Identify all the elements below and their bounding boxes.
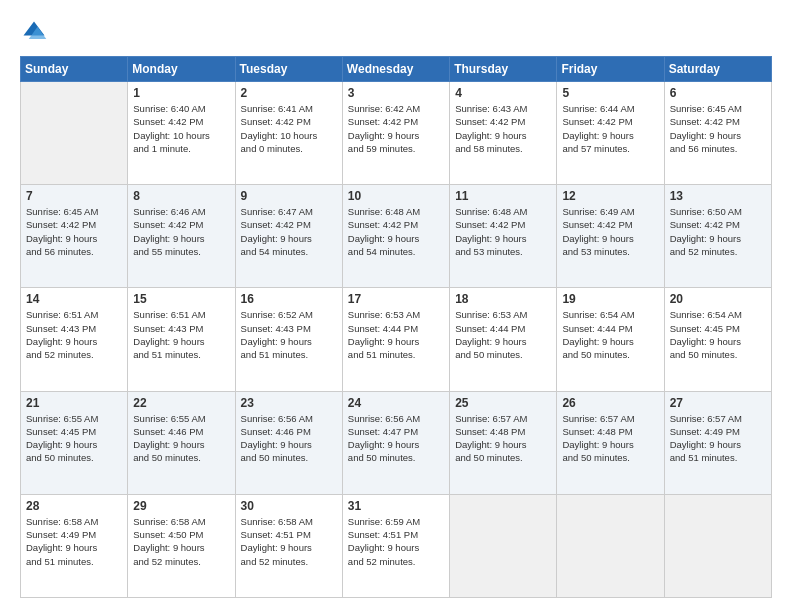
day-info: Sunrise: 6:48 AM Sunset: 4:42 PM Dayligh… bbox=[455, 205, 551, 258]
day-cell: 15Sunrise: 6:51 AM Sunset: 4:43 PM Dayli… bbox=[128, 288, 235, 391]
day-number: 27 bbox=[670, 396, 766, 410]
day-info: Sunrise: 6:56 AM Sunset: 4:46 PM Dayligh… bbox=[241, 412, 337, 465]
day-info: Sunrise: 6:59 AM Sunset: 4:51 PM Dayligh… bbox=[348, 515, 444, 568]
calendar-table: SundayMondayTuesdayWednesdayThursdayFrid… bbox=[20, 56, 772, 598]
day-header-saturday: Saturday bbox=[664, 57, 771, 82]
day-cell: 22Sunrise: 6:55 AM Sunset: 4:46 PM Dayli… bbox=[128, 391, 235, 494]
day-number: 12 bbox=[562, 189, 658, 203]
day-cell: 16Sunrise: 6:52 AM Sunset: 4:43 PM Dayli… bbox=[235, 288, 342, 391]
week-row-0: 1Sunrise: 6:40 AM Sunset: 4:42 PM Daylig… bbox=[21, 82, 772, 185]
day-cell: 8Sunrise: 6:46 AM Sunset: 4:42 PM Daylig… bbox=[128, 185, 235, 288]
day-info: Sunrise: 6:50 AM Sunset: 4:42 PM Dayligh… bbox=[670, 205, 766, 258]
day-number: 25 bbox=[455, 396, 551, 410]
day-cell: 2Sunrise: 6:41 AM Sunset: 4:42 PM Daylig… bbox=[235, 82, 342, 185]
day-cell: 7Sunrise: 6:45 AM Sunset: 4:42 PM Daylig… bbox=[21, 185, 128, 288]
day-info: Sunrise: 6:40 AM Sunset: 4:42 PM Dayligh… bbox=[133, 102, 229, 155]
day-info: Sunrise: 6:44 AM Sunset: 4:42 PM Dayligh… bbox=[562, 102, 658, 155]
day-number: 6 bbox=[670, 86, 766, 100]
day-cell: 25Sunrise: 6:57 AM Sunset: 4:48 PM Dayli… bbox=[450, 391, 557, 494]
logo-icon bbox=[20, 18, 48, 46]
day-info: Sunrise: 6:57 AM Sunset: 4:48 PM Dayligh… bbox=[562, 412, 658, 465]
day-info: Sunrise: 6:54 AM Sunset: 4:44 PM Dayligh… bbox=[562, 308, 658, 361]
page: SundayMondayTuesdayWednesdayThursdayFrid… bbox=[0, 0, 792, 612]
day-info: Sunrise: 6:53 AM Sunset: 4:44 PM Dayligh… bbox=[455, 308, 551, 361]
day-cell: 10Sunrise: 6:48 AM Sunset: 4:42 PM Dayli… bbox=[342, 185, 449, 288]
day-cell: 28Sunrise: 6:58 AM Sunset: 4:49 PM Dayli… bbox=[21, 494, 128, 597]
day-info: Sunrise: 6:58 AM Sunset: 4:51 PM Dayligh… bbox=[241, 515, 337, 568]
week-row-2: 14Sunrise: 6:51 AM Sunset: 4:43 PM Dayli… bbox=[21, 288, 772, 391]
day-number: 29 bbox=[133, 499, 229, 513]
day-cell bbox=[557, 494, 664, 597]
day-info: Sunrise: 6:55 AM Sunset: 4:45 PM Dayligh… bbox=[26, 412, 122, 465]
day-cell: 27Sunrise: 6:57 AM Sunset: 4:49 PM Dayli… bbox=[664, 391, 771, 494]
day-cell: 1Sunrise: 6:40 AM Sunset: 4:42 PM Daylig… bbox=[128, 82, 235, 185]
day-number: 28 bbox=[26, 499, 122, 513]
day-cell: 13Sunrise: 6:50 AM Sunset: 4:42 PM Dayli… bbox=[664, 185, 771, 288]
day-number: 22 bbox=[133, 396, 229, 410]
day-info: Sunrise: 6:43 AM Sunset: 4:42 PM Dayligh… bbox=[455, 102, 551, 155]
day-cell: 3Sunrise: 6:42 AM Sunset: 4:42 PM Daylig… bbox=[342, 82, 449, 185]
day-number: 5 bbox=[562, 86, 658, 100]
day-cell: 20Sunrise: 6:54 AM Sunset: 4:45 PM Dayli… bbox=[664, 288, 771, 391]
day-number: 19 bbox=[562, 292, 658, 306]
header-row: SundayMondayTuesdayWednesdayThursdayFrid… bbox=[21, 57, 772, 82]
day-info: Sunrise: 6:58 AM Sunset: 4:50 PM Dayligh… bbox=[133, 515, 229, 568]
day-info: Sunrise: 6:45 AM Sunset: 4:42 PM Dayligh… bbox=[670, 102, 766, 155]
day-number: 7 bbox=[26, 189, 122, 203]
day-number: 3 bbox=[348, 86, 444, 100]
day-cell: 30Sunrise: 6:58 AM Sunset: 4:51 PM Dayli… bbox=[235, 494, 342, 597]
day-number: 4 bbox=[455, 86, 551, 100]
day-info: Sunrise: 6:54 AM Sunset: 4:45 PM Dayligh… bbox=[670, 308, 766, 361]
day-number: 26 bbox=[562, 396, 658, 410]
day-number: 10 bbox=[348, 189, 444, 203]
day-cell: 21Sunrise: 6:55 AM Sunset: 4:45 PM Dayli… bbox=[21, 391, 128, 494]
day-header-wednesday: Wednesday bbox=[342, 57, 449, 82]
day-info: Sunrise: 6:42 AM Sunset: 4:42 PM Dayligh… bbox=[348, 102, 444, 155]
day-number: 18 bbox=[455, 292, 551, 306]
day-cell: 6Sunrise: 6:45 AM Sunset: 4:42 PM Daylig… bbox=[664, 82, 771, 185]
day-header-monday: Monday bbox=[128, 57, 235, 82]
day-header-tuesday: Tuesday bbox=[235, 57, 342, 82]
day-cell bbox=[450, 494, 557, 597]
day-number: 2 bbox=[241, 86, 337, 100]
day-info: Sunrise: 6:51 AM Sunset: 4:43 PM Dayligh… bbox=[26, 308, 122, 361]
day-number: 30 bbox=[241, 499, 337, 513]
day-info: Sunrise: 6:58 AM Sunset: 4:49 PM Dayligh… bbox=[26, 515, 122, 568]
logo bbox=[20, 18, 52, 46]
day-number: 11 bbox=[455, 189, 551, 203]
day-number: 24 bbox=[348, 396, 444, 410]
day-number: 15 bbox=[133, 292, 229, 306]
day-number: 31 bbox=[348, 499, 444, 513]
day-number: 20 bbox=[670, 292, 766, 306]
day-number: 14 bbox=[26, 292, 122, 306]
day-info: Sunrise: 6:46 AM Sunset: 4:42 PM Dayligh… bbox=[133, 205, 229, 258]
day-cell: 4Sunrise: 6:43 AM Sunset: 4:42 PM Daylig… bbox=[450, 82, 557, 185]
week-row-4: 28Sunrise: 6:58 AM Sunset: 4:49 PM Dayli… bbox=[21, 494, 772, 597]
day-cell: 14Sunrise: 6:51 AM Sunset: 4:43 PM Dayli… bbox=[21, 288, 128, 391]
day-cell: 26Sunrise: 6:57 AM Sunset: 4:48 PM Dayli… bbox=[557, 391, 664, 494]
day-cell: 23Sunrise: 6:56 AM Sunset: 4:46 PM Dayli… bbox=[235, 391, 342, 494]
week-row-3: 21Sunrise: 6:55 AM Sunset: 4:45 PM Dayli… bbox=[21, 391, 772, 494]
day-info: Sunrise: 6:57 AM Sunset: 4:48 PM Dayligh… bbox=[455, 412, 551, 465]
day-info: Sunrise: 6:48 AM Sunset: 4:42 PM Dayligh… bbox=[348, 205, 444, 258]
day-info: Sunrise: 6:56 AM Sunset: 4:47 PM Dayligh… bbox=[348, 412, 444, 465]
day-number: 17 bbox=[348, 292, 444, 306]
day-number: 23 bbox=[241, 396, 337, 410]
day-info: Sunrise: 6:49 AM Sunset: 4:42 PM Dayligh… bbox=[562, 205, 658, 258]
day-header-friday: Friday bbox=[557, 57, 664, 82]
week-row-1: 7Sunrise: 6:45 AM Sunset: 4:42 PM Daylig… bbox=[21, 185, 772, 288]
day-info: Sunrise: 6:57 AM Sunset: 4:49 PM Dayligh… bbox=[670, 412, 766, 465]
day-info: Sunrise: 6:53 AM Sunset: 4:44 PM Dayligh… bbox=[348, 308, 444, 361]
day-number: 9 bbox=[241, 189, 337, 203]
day-cell: 5Sunrise: 6:44 AM Sunset: 4:42 PM Daylig… bbox=[557, 82, 664, 185]
day-number: 1 bbox=[133, 86, 229, 100]
day-cell: 19Sunrise: 6:54 AM Sunset: 4:44 PM Dayli… bbox=[557, 288, 664, 391]
day-cell: 24Sunrise: 6:56 AM Sunset: 4:47 PM Dayli… bbox=[342, 391, 449, 494]
day-info: Sunrise: 6:52 AM Sunset: 4:43 PM Dayligh… bbox=[241, 308, 337, 361]
day-cell bbox=[21, 82, 128, 185]
header bbox=[20, 18, 772, 46]
day-cell: 11Sunrise: 6:48 AM Sunset: 4:42 PM Dayli… bbox=[450, 185, 557, 288]
day-cell bbox=[664, 494, 771, 597]
day-number: 8 bbox=[133, 189, 229, 203]
day-info: Sunrise: 6:45 AM Sunset: 4:42 PM Dayligh… bbox=[26, 205, 122, 258]
